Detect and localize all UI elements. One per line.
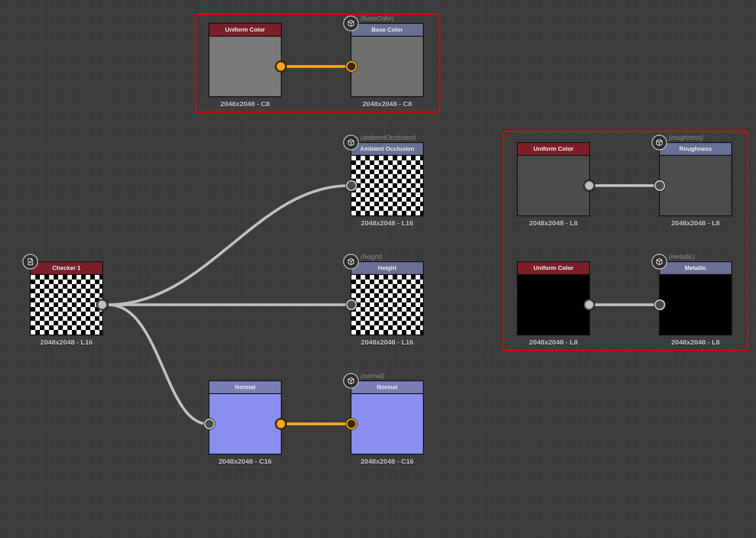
- node-caption: 2048x2048 - C8: [208, 100, 282, 108]
- input-socket[interactable]: [346, 299, 357, 310]
- node-preview: [351, 275, 423, 335]
- input-socket[interactable]: [346, 180, 357, 191]
- node-preview: [351, 156, 423, 215]
- output-label: (height): [361, 253, 382, 260]
- node-preview: [660, 275, 731, 335]
- node-uniform-basecolor[interactable]: Uniform Color 2048x2048 - C8: [208, 23, 282, 108]
- node-title: Ambient Occlusion: [351, 143, 423, 156]
- node-caption: 2048x2048 - L8: [659, 338, 732, 346]
- output-socket[interactable]: [97, 299, 108, 310]
- input-socket[interactable]: [654, 180, 665, 191]
- node-uniform-roughness[interactable]: Uniform Color 2048x2048 - L8: [517, 142, 590, 227]
- node-title: Uniform Color: [209, 24, 281, 37]
- node-checker[interactable]: Checker 1 2048x2048 - L16: [30, 261, 103, 346]
- node-preview: [351, 37, 423, 96]
- node-title: Metallic: [660, 262, 731, 275]
- node-normal-output[interactable]: Normal (normal) 2048x2048 - C16: [351, 380, 424, 465]
- doc-icon: [22, 254, 38, 269]
- node-caption: 2048x2048 - L16: [351, 338, 424, 346]
- node-roughness[interactable]: Roughness (roughness) 2048x2048 - L8: [659, 142, 732, 227]
- node-preview: [209, 394, 281, 454]
- output-label: (metallic): [669, 253, 695, 260]
- output-socket[interactable]: [275, 61, 286, 72]
- node-title: Normal: [351, 381, 423, 394]
- output-label: (baseColor): [361, 15, 394, 22]
- node-graph-canvas[interactable]: Checker 1 2048x2048 - L16 Uniform Color …: [0, 0, 756, 538]
- node-title: Normal: [209, 381, 281, 394]
- node-normal-source[interactable]: Normal 2048x2048 - C16: [208, 380, 282, 465]
- output-label: (ambientOcclusion): [361, 134, 416, 141]
- node-caption: 2048x2048 - L16: [30, 338, 103, 346]
- node-preview: [518, 156, 589, 215]
- node-preview: [351, 394, 423, 454]
- node-title: Height: [351, 262, 423, 275]
- node-uniform-metallic[interactable]: Uniform Color 2048x2048 - L8: [517, 261, 590, 346]
- input-socket[interactable]: [346, 61, 357, 72]
- cube-icon: [343, 373, 359, 389]
- node-ambient-occlusion[interactable]: Ambient Occlusion (ambientOcclusion) 204…: [351, 142, 424, 227]
- cube-icon: [343, 135, 359, 150]
- input-socket[interactable]: [346, 418, 357, 429]
- node-basecolor[interactable]: Base Color (baseColor) 2048x2048 - C8: [351, 23, 424, 108]
- output-label: (normal): [361, 372, 384, 379]
- node-preview: [518, 275, 589, 335]
- node-caption: 2048x2048 - L16: [351, 219, 424, 227]
- node-height[interactable]: Height (height) 2048x2048 - L16: [351, 261, 424, 346]
- cube-icon: [343, 254, 359, 269]
- node-preview: [31, 275, 102, 335]
- cube-icon: [343, 16, 359, 31]
- input-socket[interactable]: [204, 418, 215, 429]
- cube-icon: [652, 254, 667, 269]
- input-socket[interactable]: [654, 299, 665, 310]
- output-socket[interactable]: [584, 180, 595, 191]
- node-caption: 2048x2048 - C16: [351, 457, 424, 465]
- node-title: Uniform Color: [518, 143, 589, 156]
- node-title: Checker 1: [31, 262, 102, 275]
- cube-icon: [652, 135, 667, 150]
- node-preview: [660, 156, 731, 215]
- node-title: Roughness: [660, 143, 731, 156]
- node-preview: [209, 37, 281, 96]
- output-socket[interactable]: [275, 418, 286, 429]
- node-caption: 2048x2048 - L8: [659, 219, 732, 227]
- node-title: Base Color: [351, 24, 423, 37]
- node-caption: 2048x2048 - C16: [208, 457, 282, 465]
- node-caption: 2048x2048 - L8: [517, 219, 590, 227]
- output-label: (roughness): [669, 134, 703, 141]
- node-caption: 2048x2048 - L8: [517, 338, 590, 346]
- node-metallic[interactable]: Metallic (metallic) 2048x2048 - L8: [659, 261, 732, 346]
- output-socket[interactable]: [584, 299, 595, 310]
- node-caption: 2048x2048 - C8: [351, 100, 424, 108]
- node-title: Uniform Color: [518, 262, 589, 275]
